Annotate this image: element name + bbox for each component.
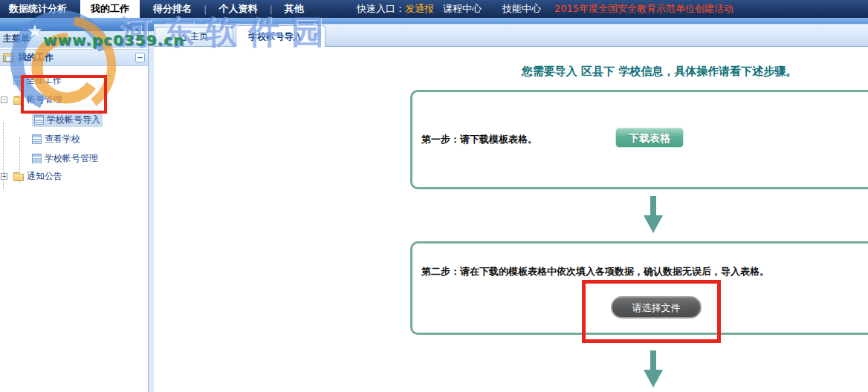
step2-text: 第二步：请在下载的模板表格中依次填入各项数据，确认数据无误后，导入表格。 <box>421 265 769 278</box>
sidebar-splitter[interactable] <box>149 31 154 392</box>
tree-item-label: 学校帐号管理 <box>45 152 98 165</box>
tree-item-all-work[interactable]: 全部工作 <box>13 74 148 87</box>
work-folder-icon <box>3 53 14 62</box>
sidebar: 主菜单 « 我的工作 − 全部工作 - 帐号管理 学校帐号导入 查看学校 <box>0 31 149 392</box>
nav-separator: | <box>204 4 207 15</box>
tab-home[interactable]: ⌂ 主页 <box>155 27 233 46</box>
choose-file-button[interactable]: 请选择文件 <box>611 296 702 318</box>
panel-header-my-work[interactable]: 我的工作 − <box>0 49 148 66</box>
nav-item-score-ranking[interactable]: 得分排名 <box>147 2 198 16</box>
tree-item-label: 全部工作 <box>26 74 62 87</box>
folder-icon <box>13 174 24 181</box>
home-icon: ⌂ <box>180 33 187 42</box>
tree-item-school-account-management[interactable]: 学校帐号管理 <box>32 152 148 165</box>
panel-title: 我的工作 <box>18 51 54 64</box>
tab-active-label: 学校帐号导入 <box>249 30 302 43</box>
sidebar-collapse-button[interactable]: « <box>132 33 143 45</box>
tab-close-icon[interactable]: × <box>311 30 321 40</box>
quick-entry-label: 快速入口： <box>357 2 405 16</box>
nav-item-other[interactable]: 其他 <box>279 2 310 16</box>
tree-item-label: 通知公告 <box>27 170 62 183</box>
sidebar-header: 主菜单 « <box>0 31 148 48</box>
link-send-report[interactable]: 发通报 <box>405 2 434 16</box>
sidebar-tree: 全部工作 - 帐号管理 学校帐号导入 查看学校 学校帐号管理 + 通知公告 <box>0 66 148 183</box>
page-heading: 您需要导入 区县下 学校信息，具体操作请看下述步骤。 <box>414 65 868 79</box>
step1-box: 第一步：请下载模板表格。 下载表格 <box>410 90 868 189</box>
nav-separator: | <box>269 4 272 15</box>
tree-item-label-selected: 学校帐号导入 <box>47 114 100 126</box>
down-arrow <box>643 350 664 388</box>
list-icon <box>34 115 44 125</box>
step2-box: 第二步：请在下载的模板表格中依次填入各项数据，确认数据无误后，导入表格。 请选择… <box>410 241 868 335</box>
download-template-button[interactable]: 下载表格 <box>615 128 684 148</box>
tree-item-view-school[interactable]: 查看学校 <box>32 133 148 146</box>
tree-expand-toggle[interactable]: + <box>1 173 7 180</box>
panel-minimize-button[interactable]: − <box>135 53 145 62</box>
tree-item-notice[interactable]: + 通知公告 <box>13 170 148 183</box>
folder-open-icon <box>13 97 24 105</box>
down-arrow <box>643 196 664 233</box>
tree-item-school-account-import[interactable]: 学校帐号导入 <box>29 114 148 126</box>
list-icon <box>13 76 23 85</box>
link-course-center[interactable]: 课程中心 <box>443 2 482 16</box>
nav-item-statistics[interactable]: 数据统计分析 <box>3 2 73 16</box>
top-navbar: 数据统计分析 我的工作 得分排名 | 个人资料 | 其他 快速入口： 发通报 课… <box>0 0 868 18</box>
step1-text: 第一步：请下载模板表格。 <box>421 133 537 146</box>
tab-school-account-import[interactable]: 学校帐号导入 × <box>236 25 326 47</box>
nav-item-profile[interactable]: 个人资料 <box>213 2 263 16</box>
link-activity-banner[interactable]: 2015年度全国安全教育示范单位创建活动 <box>554 2 733 16</box>
tree-collapse-toggle[interactable]: - <box>1 97 7 103</box>
list-icon <box>32 134 42 144</box>
link-skill-center[interactable]: 技能中心 <box>502 2 541 16</box>
tree-item-account-management[interactable]: - 帐号管理 <box>13 94 148 106</box>
sidebar-header-label: 主菜单 <box>3 33 30 44</box>
list-icon <box>32 154 42 163</box>
tree-item-label: 查看学校 <box>45 133 80 146</box>
nav-item-my-work-active[interactable]: 我的工作 <box>80 0 140 18</box>
tab-strip: ⌂ 主页 学校帐号导入 × <box>154 24 868 47</box>
tree-item-label: 帐号管理 <box>27 94 62 106</box>
quick-entry-group: 快速入口： 发通报 课程中心 技能中心 2015年度全国安全教育示范单位创建活动 <box>357 0 733 18</box>
tab-home-label: 主页 <box>190 30 208 43</box>
main-content: 您需要导入 区县下 学校信息，具体操作请看下述步骤。 第一步：请下载模板表格。 … <box>154 45 868 392</box>
